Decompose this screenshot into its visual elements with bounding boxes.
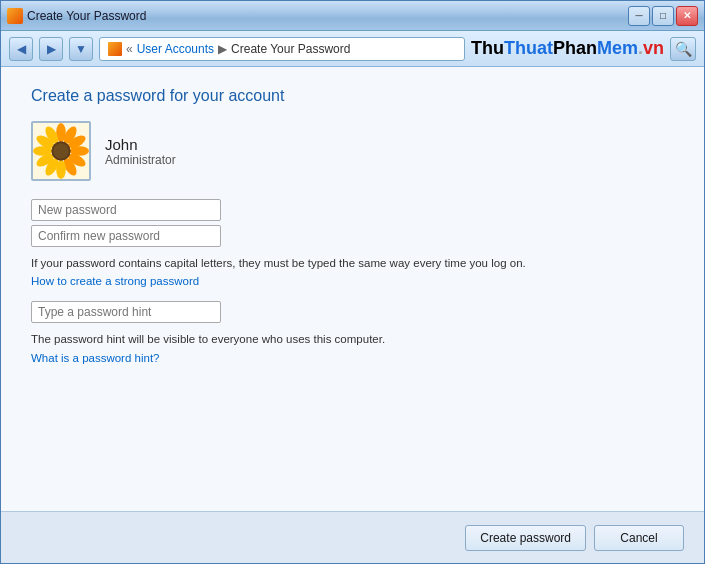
watermark-thuat: Thuat: [504, 38, 553, 58]
watermark-text: ThuThuatPhanMem.vn: [471, 38, 664, 59]
title-bar-buttons: ─ □ ✕: [628, 6, 698, 26]
path-arrow: ▶: [218, 42, 227, 56]
maximize-button[interactable]: □: [652, 6, 674, 26]
address-bar: ◀ ▶ ▼ « User Accounts ▶ Create Your Pass…: [1, 31, 704, 67]
window-icon: [7, 8, 23, 24]
main-content: Create a password for your account: [1, 67, 704, 511]
search-button[interactable]: 🔍: [670, 37, 696, 61]
page-title: Create a password for your account: [31, 87, 674, 105]
recent-pages-button[interactable]: ▼: [69, 37, 93, 61]
hint-note: The password hint will be visible to eve…: [31, 331, 551, 347]
user-role: Administrator: [105, 153, 176, 167]
path-user-accounts-link[interactable]: User Accounts: [137, 42, 214, 56]
create-password-button[interactable]: Create password: [465, 525, 586, 551]
what-is-hint-link[interactable]: What is a password hint?: [31, 352, 159, 364]
path-current-page: Create Your Password: [231, 42, 350, 56]
address-path: « User Accounts ▶ Create Your Password: [99, 37, 465, 61]
minimize-button[interactable]: ─: [628, 6, 650, 26]
path-separator: «: [126, 42, 133, 56]
form-section: If your password contains capital letter…: [31, 199, 674, 365]
watermark-phan: Phan: [553, 38, 597, 58]
window: Create Your Password ─ □ ✕ ◀ ▶ ▼ « User …: [0, 0, 705, 564]
capital-letters-hint: If your password contains capital letter…: [31, 255, 551, 271]
title-bar-left: Create Your Password: [7, 8, 146, 24]
path-folder-icon: [108, 42, 122, 56]
back-button[interactable]: ◀: [9, 37, 33, 61]
watermark-vn: vn: [643, 38, 664, 58]
title-bar: Create Your Password ─ □ ✕: [1, 1, 704, 31]
new-password-input[interactable]: [31, 199, 221, 221]
password-hint-input[interactable]: [31, 301, 221, 323]
user-info: John Administrator: [31, 121, 674, 181]
avatar-image: [33, 122, 89, 180]
avatar: [31, 121, 91, 181]
confirm-password-input[interactable]: [31, 225, 221, 247]
close-button[interactable]: ✕: [676, 6, 698, 26]
watermark-thu: Thu: [471, 38, 504, 58]
strong-password-link[interactable]: How to create a strong password: [31, 275, 674, 287]
hint-section: The password hint will be visible to eve…: [31, 301, 674, 365]
user-name: John: [105, 136, 176, 153]
forward-button[interactable]: ▶: [39, 37, 63, 61]
cancel-button[interactable]: Cancel: [594, 525, 684, 551]
footer: Create password Cancel: [1, 511, 704, 563]
window-title: Create Your Password: [27, 9, 146, 23]
user-details: John Administrator: [105, 136, 176, 167]
watermark-mem: Mem: [597, 38, 638, 58]
svg-point-14: [53, 143, 68, 158]
